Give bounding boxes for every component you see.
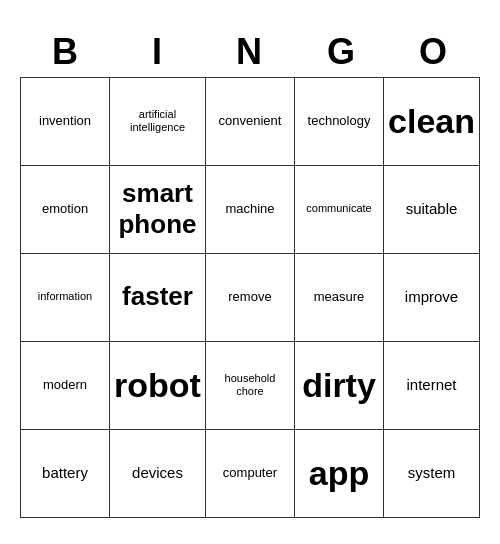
cell-text: faster bbox=[114, 281, 201, 312]
bingo-cell: app bbox=[295, 430, 384, 518]
bingo-cell: battery bbox=[21, 430, 110, 518]
bingo-cell: measure bbox=[295, 254, 384, 342]
bingo-cell: robot bbox=[110, 342, 206, 430]
bingo-cell: suitable bbox=[384, 166, 480, 254]
bingo-cell: smart phone bbox=[110, 166, 206, 254]
cell-text: battery bbox=[25, 464, 105, 482]
bingo-cell: information bbox=[21, 254, 110, 342]
bingo-cell: clean bbox=[384, 78, 480, 166]
bingo-card: BINGO inventionartificial intelligenceco… bbox=[20, 27, 480, 518]
bingo-cell: household chore bbox=[206, 342, 295, 430]
cell-text: smart phone bbox=[114, 178, 201, 240]
bingo-cell: computer bbox=[206, 430, 295, 518]
bingo-cell: system bbox=[384, 430, 480, 518]
cell-text: artificial intelligence bbox=[114, 108, 201, 134]
cell-text: emotion bbox=[25, 201, 105, 217]
bingo-cell: remove bbox=[206, 254, 295, 342]
bingo-cell: improve bbox=[384, 254, 480, 342]
cell-text: modern bbox=[25, 377, 105, 393]
bingo-cell: machine bbox=[206, 166, 295, 254]
bingo-cell: devices bbox=[110, 430, 206, 518]
cell-text: information bbox=[25, 290, 105, 303]
cell-text: remove bbox=[210, 289, 290, 305]
header-letter: B bbox=[20, 27, 112, 77]
cell-text: devices bbox=[114, 464, 201, 482]
bingo-cell: dirty bbox=[295, 342, 384, 430]
cell-text: invention bbox=[25, 113, 105, 129]
bingo-header: BINGO bbox=[20, 27, 480, 77]
cell-text: improve bbox=[388, 288, 475, 306]
cell-text: convenient bbox=[210, 113, 290, 129]
bingo-cell: technology bbox=[295, 78, 384, 166]
cell-text: computer bbox=[210, 465, 290, 481]
cell-text: measure bbox=[299, 289, 379, 305]
cell-text: app bbox=[299, 453, 379, 494]
header-letter: O bbox=[388, 27, 480, 77]
bingo-cell: invention bbox=[21, 78, 110, 166]
bingo-cell: convenient bbox=[206, 78, 295, 166]
cell-text: household chore bbox=[210, 372, 290, 398]
bingo-cell: internet bbox=[384, 342, 480, 430]
cell-text: machine bbox=[210, 201, 290, 217]
bingo-grid: inventionartificial intelligenceconvenie… bbox=[20, 77, 480, 518]
cell-text: suitable bbox=[388, 200, 475, 218]
cell-text: clean bbox=[388, 101, 475, 142]
bingo-cell: communicate bbox=[295, 166, 384, 254]
header-letter: I bbox=[112, 27, 204, 77]
bingo-cell: faster bbox=[110, 254, 206, 342]
cell-text: communicate bbox=[299, 202, 379, 215]
header-letter: G bbox=[296, 27, 388, 77]
cell-text: system bbox=[388, 464, 475, 482]
bingo-cell: emotion bbox=[21, 166, 110, 254]
cell-text: internet bbox=[388, 376, 475, 394]
cell-text: dirty bbox=[299, 365, 379, 406]
header-letter: N bbox=[204, 27, 296, 77]
cell-text: technology bbox=[299, 113, 379, 129]
cell-text: robot bbox=[114, 365, 201, 406]
bingo-cell: artificial intelligence bbox=[110, 78, 206, 166]
bingo-cell: modern bbox=[21, 342, 110, 430]
